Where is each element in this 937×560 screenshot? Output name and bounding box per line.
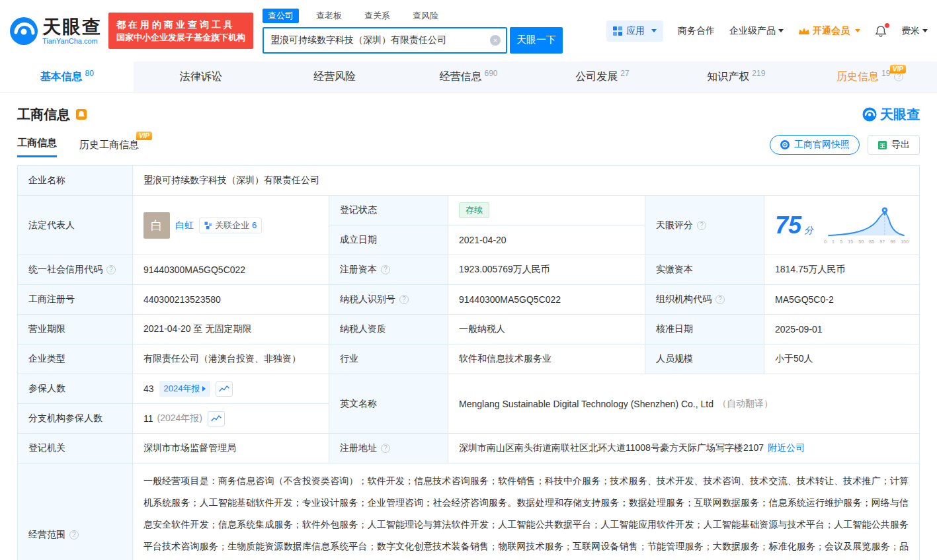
- help-icon[interactable]: ?: [381, 444, 390, 453]
- english-name-text: Menglang Sustainable Digital Technology …: [459, 399, 713, 409]
- company-name-label: 企业名称: [18, 166, 133, 196]
- reg-address-text: 深圳市南山区南头街道南联社区北环大道11008号豪方天际广场写字楼2107: [459, 442, 764, 454]
- tab-label: 知识产权: [707, 70, 749, 84]
- chevron-right-icon: [202, 386, 206, 391]
- reg-capital-label-text: 注册资本: [340, 264, 377, 276]
- establish-date-label: 成立日期: [329, 225, 448, 255]
- tianyan-score[interactable]: 75 分 0151550859799100: [764, 196, 920, 255]
- help-icon[interactable]: ?: [381, 265, 390, 274]
- enterprise-product-label: 企业级产品: [729, 25, 776, 37]
- notification-bell-icon[interactable]: [875, 25, 887, 37]
- tianyancha-logo[interactable]: 天眼查 TianYanCha.com: [9, 17, 102, 46]
- search-tab-relation[interactable]: 查关系: [359, 9, 395, 23]
- reg-address-label: 注册地址 ?: [329, 434, 448, 463]
- tab-basic-info[interactable]: 基本信息 80: [0, 61, 134, 92]
- search-tab-boss[interactable]: 查老板: [311, 9, 347, 23]
- chevron-down-icon: [855, 29, 860, 32]
- org-code-value: MA5GQ5C0-2: [764, 285, 920, 315]
- search-tab-risk[interactable]: 查风险: [407, 9, 444, 23]
- paid-capital-value: 1814.75万人民币: [764, 255, 920, 285]
- biz-cooperation-link[interactable]: 商务合作: [678, 25, 715, 37]
- help-icon[interactable]: ?: [715, 295, 725, 304]
- notification-red-dot: [885, 23, 889, 28]
- company-type-label: 企业类型: [18, 344, 133, 374]
- snapshot-label: 工商官网快照: [794, 139, 850, 151]
- company-name-value: 盟浪可持续数字科技（深圳）有限责任公司: [133, 166, 920, 196]
- snapshot-icon: [780, 140, 790, 150]
- industry-label: 行业: [329, 344, 448, 374]
- vip-label: 开通会员: [813, 25, 850, 37]
- tab-label: 法律诉讼: [180, 70, 222, 84]
- reg-address-label-text: 注册地址: [340, 442, 377, 454]
- monitor-bell-icon[interactable]: [75, 108, 87, 120]
- annual-report-badge[interactable]: 2024年报: [159, 381, 210, 397]
- search-button[interactable]: 天眼一下: [510, 27, 563, 54]
- help-icon[interactable]: ?: [399, 295, 409, 304]
- tab-intellectual-property[interactable]: 知识产权 219: [669, 61, 803, 92]
- apps-label: 应用: [626, 25, 645, 37]
- credit-code-label: 统一社会信用代码 ?: [18, 255, 133, 285]
- help-icon[interactable]: ?: [106, 265, 116, 274]
- tab-operating-risk[interactable]: 经营风险: [268, 61, 401, 92]
- export-button[interactable]: 导出: [868, 135, 920, 155]
- help-icon[interactable]: ?: [894, 72, 903, 81]
- score-value: 75: [775, 212, 801, 239]
- credit-code-value: 91440300MA5GQ5C022: [133, 255, 329, 285]
- reg-address-value: 深圳市南山区南头街道南联社区北环大道11008号豪方天际广场写字楼2107 附近…: [448, 434, 920, 463]
- slogan-banner: 都在用的商业查询工具 国家中小企业发展子基金旗下机构: [108, 13, 253, 49]
- business-scope-label-text: 经营范围: [28, 529, 65, 541]
- annual-report-label: 2024年报: [164, 383, 200, 395]
- legal-rep-avatar[interactable]: 白: [143, 212, 170, 239]
- business-term-label: 营业期限: [18, 315, 133, 344]
- paid-capital-label: 实缴资本: [645, 255, 764, 285]
- company-nav-tabs: 基本信息 80 法律诉讼 经营风险 经营信息 690 公司发展 27 知识产权 …: [0, 61, 937, 93]
- tab-history-info[interactable]: VIP 历史信息 19 ?: [803, 61, 937, 92]
- vip-badge: VIP: [890, 65, 906, 73]
- trend-chart-icon[interactable]: [208, 411, 225, 426]
- taxpayer-no-label-text: 纳税人识别号: [340, 294, 395, 305]
- help-icon[interactable]: ?: [69, 530, 79, 540]
- subtab-business-registration[interactable]: 工商信息: [17, 137, 57, 157]
- user-menu[interactable]: 费米: [901, 25, 928, 37]
- reg-no-label: 工商注册号: [18, 285, 133, 315]
- crown-icon: [798, 26, 810, 36]
- approve-date-label: 核准日期: [645, 315, 764, 344]
- chevron-down-icon: [651, 29, 657, 32]
- tab-business-info[interactable]: 经营信息 690: [401, 61, 535, 92]
- trend-chart-icon[interactable]: [216, 381, 233, 397]
- business-term-value: 2021-04-20 至 无固定期限: [133, 315, 329, 344]
- score-label: 天眼评分 ?: [645, 196, 764, 255]
- excel-export-icon: [877, 140, 887, 150]
- reg-capital-label: 注册资本 ?: [329, 255, 448, 285]
- tab-count: 19: [881, 69, 890, 78]
- search-area: 查公司 查老板 查关系 查风险 × 天眼一下: [263, 9, 563, 54]
- tab-label: 经营信息: [439, 70, 481, 84]
- export-label: 导出: [891, 139, 910, 151]
- apps-menu[interactable]: 应用: [606, 20, 663, 42]
- related-companies-badge[interactable]: 关联企业 6: [199, 218, 262, 233]
- english-name-value: Menglang Sustainable Digital Technology …: [448, 374, 920, 434]
- clear-search-icon[interactable]: ×: [490, 35, 501, 46]
- tab-company-development[interactable]: 公司发展 27: [536, 61, 669, 92]
- reg-authority-label: 登记机关: [18, 434, 133, 463]
- search-tab-company[interactable]: 查公司: [263, 9, 299, 23]
- enterprise-product-link[interactable]: 企业级产品: [729, 25, 784, 37]
- subtab-history-registration[interactable]: VIP 历史工商信息: [79, 139, 139, 157]
- tab-count: 690: [484, 69, 497, 78]
- section-brand-text: 天眼查: [880, 106, 920, 124]
- org-code-label: 组织机构代码 ?: [645, 285, 764, 315]
- tab-legal-proceedings[interactable]: 法律诉讼: [134, 61, 267, 92]
- chevron-down-icon: [922, 29, 928, 32]
- nearby-companies-link[interactable]: 附近公司: [768, 442, 805, 454]
- help-icon[interactable]: ?: [697, 221, 706, 230]
- vip-upgrade-link[interactable]: 开通会员: [798, 25, 860, 37]
- legal-rep-name-link[interactable]: 白虹: [175, 220, 194, 231]
- business-scope-value: 一般经营项目是：商务信息咨询（不含投资类咨询）；软件开发；信息技术咨询服务；软件…: [133, 463, 920, 560]
- tab-count: 80: [85, 69, 94, 78]
- official-snapshot-button[interactable]: 工商官网快照: [770, 135, 860, 155]
- search-input[interactable]: [263, 27, 507, 54]
- legal-rep-label: 法定代表人: [18, 196, 133, 255]
- chevron-down-icon: [778, 29, 784, 32]
- slogan-line1: 都在用的商业查询工具: [116, 18, 245, 31]
- score-label-text: 天眼评分: [656, 220, 693, 231]
